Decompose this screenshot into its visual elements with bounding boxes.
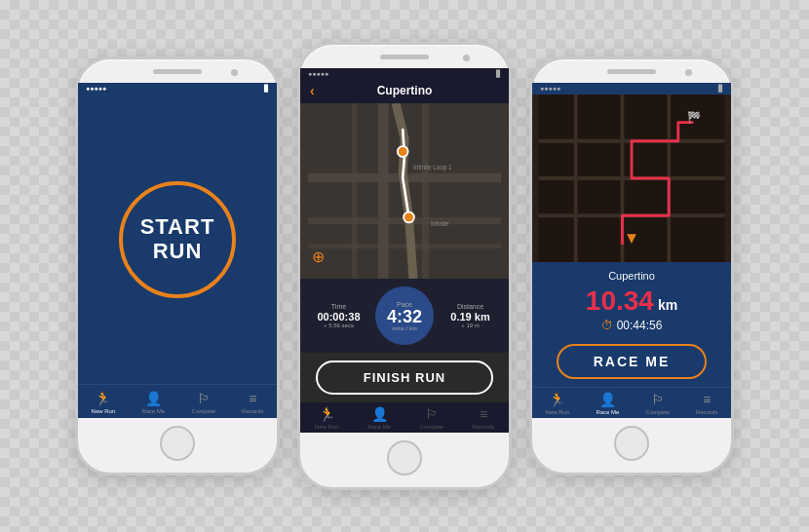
home-button-2[interactable] (387, 440, 422, 475)
phone-3-nav: 🏃 New Run 👤 Race Me 🏳 Compete ≡ Records (532, 387, 731, 418)
distance-label: Distance (457, 303, 483, 310)
time-label: Time (331, 303, 346, 310)
phone-2-app: ●●●●● ▊ ‹ Cupertino (300, 68, 509, 433)
p3-nav-race-me[interactable]: 👤 Race Me (596, 392, 619, 415)
p3-nav-new-run[interactable]: 🏃 New Run (546, 392, 570, 415)
p3-new-run-label: New Run (546, 409, 570, 415)
p2-nav-race-me[interactable]: 👤 Race Me (367, 406, 391, 430)
camera-2 (463, 55, 470, 61)
time-row: ⏱ 00:44:56 (601, 319, 663, 332)
phone-3-info: Cupertino 10.34 km ⏱ 00:44:56 RACE ME (532, 262, 731, 387)
svg-text:🏁: 🏁 (687, 110, 702, 124)
phone-1-status-bar: ●●●●● ▊ (78, 83, 277, 95)
new-run-label: New Run (92, 408, 116, 414)
battery-icon: ▊ (264, 85, 269, 93)
pace-circle: Pace 4:32 mins / km (375, 286, 434, 345)
p3-nav-compete[interactable]: 🏳 Compete (646, 392, 670, 415)
p3-new-run-icon: 🏃 (549, 392, 565, 407)
p3-signal: ●●●●● (540, 85, 560, 93)
compete-icon: 🏳 (197, 391, 211, 406)
p3-battery: ▊ (718, 85, 723, 93)
distance-value: 10.34 (586, 285, 654, 317)
phone-3-map: 🏁 (532, 95, 731, 262)
time-value: 00:00:38 (317, 311, 360, 323)
p2-compete-label: Compete (420, 424, 443, 430)
new-run-icon: 🏃 (95, 391, 111, 406)
p3-records-icon: ≡ (703, 392, 711, 407)
phone-1-top (78, 59, 277, 83)
clock-icon: ⏱ (601, 319, 613, 332)
distance-row: 10.34 km (586, 285, 677, 317)
home-button[interactable] (160, 426, 195, 461)
pace-unit: mins / km (392, 325, 417, 331)
svg-rect-6 (352, 103, 357, 279)
p3-nav-records[interactable]: ≡ Records (696, 392, 717, 415)
signal-icons: ●●●●● (86, 85, 106, 93)
svg-point-8 (398, 146, 408, 157)
phone-3-top (532, 59, 731, 83)
time-sub: + 5.56 secs (324, 323, 354, 328)
back-arrow[interactable]: ‹ (310, 83, 315, 98)
svg-rect-3 (308, 244, 501, 248)
camera-3 (685, 69, 692, 76)
p2-race-me-icon: 👤 (371, 406, 388, 422)
records-label: Records (242, 408, 263, 414)
nav-compete[interactable]: 🏳 Compete (192, 391, 215, 414)
svg-rect-4 (378, 103, 389, 279)
p2-new-run-label: New Run (315, 424, 339, 430)
distance-sub: + 19 m (461, 323, 480, 328)
crosshair-icon[interactable]: ⊕ (312, 247, 331, 267)
p2-records-label: Records (473, 424, 494, 430)
p3-race-me-label: Race Me (596, 409, 619, 415)
phone-2-status: ●●●●● ▊ (300, 68, 509, 80)
time-stat: Time 00:00:38 + 5.56 secs (306, 303, 371, 328)
pace-value: 4:32 (387, 308, 422, 325)
p2-race-me-label: Race Me (367, 424, 391, 430)
finish-run-button[interactable]: FINISH RUN (316, 361, 493, 395)
phone-1-nav: 🏃 New Run 👤 Race Me 🏳 Compete ≡ Records (78, 384, 277, 418)
distance-value: 0.19 km (450, 311, 489, 323)
phone-2: ●●●●● ▊ ‹ Cupertino (297, 42, 512, 490)
start-run-label: STARTRUN (140, 215, 215, 262)
p2-compete-icon: 🏳 (425, 406, 439, 422)
phone-1-app: ●●●●● ▊ STARTRUN 🏃 New Run 👤 Race Me (78, 83, 277, 418)
svg-text:Infinite Loop 1: Infinite Loop 1 (413, 164, 452, 171)
speaker-3 (607, 69, 656, 74)
home-button-3[interactable] (614, 426, 649, 461)
phone-3-screen: ●●●●● ▊ 🏁 (532, 83, 731, 418)
phone-3-app: ●●●●● ▊ 🏁 (532, 83, 731, 418)
race-me-icon: 👤 (145, 391, 162, 406)
p2-battery: ▊ (496, 70, 501, 78)
svg-rect-5 (422, 103, 429, 279)
p2-nav-records[interactable]: ≡ Records (473, 406, 494, 430)
p2-signal: ●●●●● (308, 70, 328, 78)
phone-3-bottom (614, 418, 649, 473)
race-me-button[interactable]: RACE ME (557, 344, 708, 379)
phone-3-location: Cupertino (608, 270, 655, 282)
p3-compete-label: Compete (646, 409, 670, 415)
nav-records[interactable]: ≡ Records (242, 391, 263, 414)
phone-1-screen: ●●●●● ▊ STARTRUN 🏃 New Run 👤 Race Me (78, 83, 277, 418)
p2-new-run-icon: 🏃 (319, 406, 335, 422)
phone-3-status: ●●●●● ▊ (532, 83, 731, 95)
speaker-2 (380, 55, 429, 59)
p2-nav-compete[interactable]: 🏳 Compete (420, 406, 443, 430)
p3-records-label: Records (696, 409, 717, 415)
phone-1-main: STARTRUN (78, 95, 277, 384)
records-icon: ≡ (249, 391, 256, 406)
p3-compete-icon: 🏳 (651, 392, 665, 407)
phone-3: ●●●●● ▊ 🏁 (529, 57, 734, 475)
nav-new-run[interactable]: 🏃 New Run (92, 391, 116, 414)
stats-bar: Time 00:00:38 + 5.56 secs Pace 4:32 mins… (300, 279, 509, 353)
p2-nav-new-run[interactable]: 🏃 New Run (315, 406, 339, 430)
phone-3-map-svg: 🏁 (532, 95, 731, 262)
phone-1-bottom (160, 418, 195, 473)
nav-race-me[interactable]: 👤 Race Me (141, 391, 165, 414)
map-area: Infinite Loop 1 Infinite ⊕ (300, 103, 509, 279)
distance-stat: Distance 0.19 km + 19 m (438, 303, 503, 328)
phone-2-nav: 🏃 New Run 👤 Race Me 🏳 Compete ≡ Records (300, 402, 509, 433)
phone-2-top (300, 45, 509, 68)
camera (231, 69, 238, 76)
start-run-button[interactable]: STARTRUN (119, 181, 236, 298)
svg-point-7 (404, 212, 414, 223)
